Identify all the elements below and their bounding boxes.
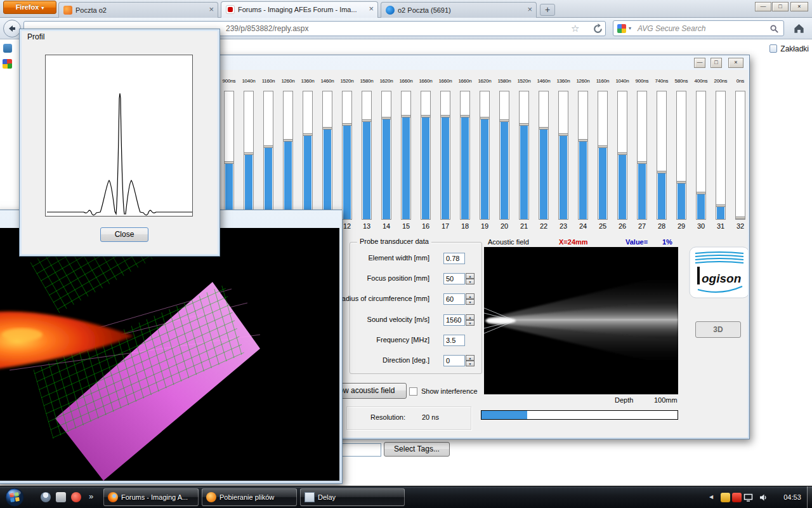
select-tags-button[interactable]: Select Tags... [384, 442, 450, 457]
delay-slider-track[interactable] [224, 91, 234, 220]
app-restore-button[interactable]: □ [710, 58, 722, 68]
delay-slider-track[interactable] [460, 91, 470, 220]
delay-slider-track[interactable] [716, 91, 726, 220]
delay-slider-thumb[interactable] [343, 123, 351, 126]
delay-slider-track[interactable] [381, 91, 391, 220]
probe-field-input[interactable]: 3.5 [443, 335, 465, 346]
delay-slider-track[interactable] [598, 91, 608, 220]
taskbar-button[interactable]: Forums - Imaging A... [103, 488, 199, 506]
delay-slider-thumb[interactable] [697, 192, 705, 194]
reload-icon[interactable] [593, 23, 603, 37]
spinner-down-icon[interactable]: ▼ [466, 279, 475, 284]
browser-maximize-button[interactable]: □ [772, 2, 789, 11]
delay-slider-thumb[interactable] [539, 127, 548, 130]
delay-slider-thumb[interactable] [402, 115, 410, 117]
delay-slider-thumb[interactable] [264, 145, 273, 148]
taskbar-button[interactable]: Pobieranie plików [202, 488, 297, 506]
delay-slider-thumb[interactable] [500, 119, 509, 122]
delay-slider-thumb[interactable] [480, 117, 489, 119]
delay-slider-thumb[interactable] [244, 152, 253, 155]
delay-slider-thumb[interactable] [441, 115, 450, 117]
spinner-down-icon[interactable]: ▼ [466, 361, 475, 366]
tray-network-icon[interactable] [743, 493, 753, 502]
delay-slider-track[interactable] [657, 91, 667, 220]
tray-volume-icon[interactable] [759, 493, 768, 502]
delay-slider-thumb[interactable] [638, 161, 646, 164]
tray-ati-icon[interactable] [732, 493, 742, 502]
delay-slider-thumb[interactable] [421, 115, 430, 117]
probe-field-input[interactable]: 0 [443, 355, 465, 366]
delay-slider-track[interactable] [362, 91, 372, 220]
app-minimize-button[interactable]: — [694, 58, 705, 68]
app-close-button[interactable]: × [728, 58, 743, 68]
delay-slider-track[interactable] [440, 91, 450, 220]
close-button[interactable]: Close [100, 227, 148, 242]
delay-slider-track[interactable] [283, 91, 293, 220]
delay-slider-thumb[interactable] [677, 181, 686, 184]
delay-slider-track[interactable] [342, 91, 352, 220]
spinner-down-icon[interactable]: ▼ [466, 299, 475, 305]
delay-slider-track[interactable] [617, 91, 627, 220]
delay-slider-thumb[interactable] [579, 139, 587, 142]
home-icon[interactable] [793, 22, 805, 37]
delay-slider-track[interactable] [480, 91, 490, 220]
delay-slider-track[interactable] [263, 91, 273, 220]
delay-slider-thumb[interactable] [461, 115, 469, 117]
taskbar-button[interactable]: Delay [300, 488, 405, 506]
spinner-up-icon[interactable]: ▲ [466, 355, 475, 361]
delay-slider-track[interactable] [401, 91, 411, 220]
bookmarks-toolbar-item[interactable]: Zakładki [769, 44, 809, 53]
delay-slider-track[interactable] [244, 91, 254, 220]
delay-slider-track[interactable] [421, 91, 431, 220]
browser-minimize-button[interactable]: — [755, 2, 771, 11]
probe-field-input[interactable]: 1560 [443, 314, 465, 326]
delay-slider-track[interactable] [578, 91, 588, 220]
avg-search-icon[interactable] [617, 24, 626, 33]
delay-slider-thumb[interactable] [520, 123, 528, 126]
show-interference-checkbox[interactable] [409, 387, 417, 396]
delay-slider-thumb[interactable] [225, 161, 233, 164]
back-button[interactable] [3, 20, 21, 37]
delay-slider-track[interactable] [519, 91, 529, 220]
browser-close-button[interactable]: × [790, 2, 808, 11]
tab-close-icon[interactable]: × [527, 5, 532, 13]
delay-slider-track[interactable] [303, 91, 313, 220]
delay-slider-track[interactable] [637, 91, 647, 220]
delay-slider-thumb[interactable] [559, 133, 568, 136]
delay-slider-track[interactable] [539, 91, 549, 220]
spinner[interactable]: ▲▼ [466, 355, 475, 366]
delay-slider-thumb[interactable] [323, 127, 332, 130]
spinner[interactable]: ▲▼ [466, 314, 475, 326]
search-magnifier-icon[interactable] [769, 24, 779, 36]
delay-slider-track[interactable] [499, 91, 509, 220]
probe-field-input[interactable]: 50 [443, 273, 465, 284]
apps-grid-icon[interactable] [3, 59, 12, 69]
delay-slider-thumb[interactable] [284, 139, 292, 142]
delay-slider-thumb[interactable] [598, 145, 607, 148]
probe-field-input[interactable]: 0.78 [443, 253, 465, 264]
new-tab-button[interactable]: + [540, 4, 555, 16]
delay-slider-track[interactable] [558, 91, 568, 220]
delay-slider-track[interactable] [322, 91, 332, 220]
spinner-up-icon[interactable]: ▲ [466, 273, 475, 279]
spinner[interactable]: ▲▼ [466, 293, 475, 305]
browser-tab[interactable]: Poczta o2× [58, 2, 218, 18]
show-desktop-button[interactable] [807, 486, 812, 508]
bookmark-star-icon[interactable]: ☆ [571, 23, 579, 34]
spinner-down-icon[interactable]: ▼ [466, 320, 475, 326]
tab-close-icon[interactable]: × [369, 4, 374, 13]
delay-slider-thumb[interactable] [618, 152, 627, 155]
search-box[interactable]: ▾ AVG Secure Search [613, 20, 784, 36]
chevron-down-icon[interactable]: ▾ [629, 25, 631, 31]
browser-tab[interactable]: Forums - Imaging AFEs Forum - Ima...× [221, 1, 378, 18]
delay-slider-thumb[interactable] [303, 133, 312, 136]
delay-slider-track[interactable] [735, 91, 745, 220]
probe-field-input[interactable]: 60 [443, 293, 465, 305]
tab-close-icon[interactable]: × [209, 5, 214, 13]
3d-button[interactable]: 3D [695, 321, 741, 338]
delay-slider-thumb[interactable] [736, 217, 745, 219]
browser-tab[interactable]: o2 Poczta (5691)× [381, 2, 537, 18]
spinner-up-icon[interactable]: ▲ [466, 293, 475, 299]
delay-slider-thumb[interactable] [382, 117, 391, 119]
delay-slider-thumb[interactable] [362, 119, 371, 122]
